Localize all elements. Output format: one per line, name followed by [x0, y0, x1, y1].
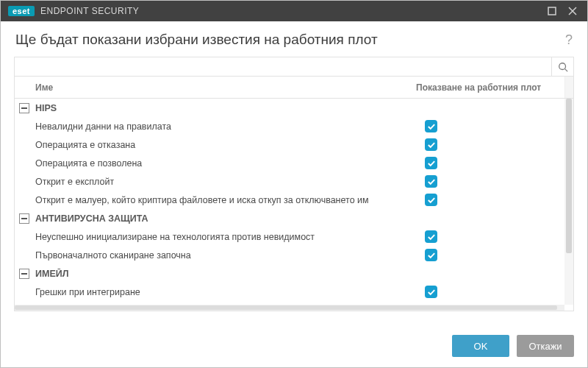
svg-point-1	[559, 63, 565, 69]
brand-badge: eset	[8, 6, 35, 16]
column-header-name[interactable]: Име	[15, 82, 416, 93]
show-on-desktop-checkbox[interactable]	[425, 157, 437, 169]
check-icon	[427, 289, 436, 296]
show-on-desktop-checkbox[interactable]	[425, 175, 437, 188]
square-icon	[548, 7, 556, 15]
svg-rect-0	[548, 7, 556, 15]
page-title: Ще бъдат показани избрани известия на ра…	[15, 32, 378, 48]
show-on-desktop-checkbox[interactable]	[425, 120, 437, 132]
help-button[interactable]: ?	[565, 32, 573, 48]
group-title: ИМЕЙЛ	[35, 269, 564, 279]
item-row[interactable]: Грешки при интегриране	[15, 283, 564, 301]
search-icon	[558, 62, 568, 72]
heading-row: Ще бъдат показани избрани известия на ра…	[1, 21, 587, 57]
show-on-desktop-checkbox[interactable]	[425, 138, 437, 151]
group-title: АНТИВИРУСНА ЗАЩИТА	[35, 213, 564, 224]
scrollbar-stub	[564, 77, 573, 98]
window-close-button[interactable]	[562, 1, 583, 21]
search-row	[15, 57, 573, 77]
vertical-scrollbar-thumb[interactable]	[566, 99, 572, 253]
check-icon	[427, 123, 436, 130]
collapse-icon[interactable]	[19, 103, 29, 113]
horizontal-scrollbar-thumb[interactable]	[15, 305, 557, 310]
item-row[interactable]: Открит е малуер, който криптира файловет…	[15, 191, 564, 209]
show-on-desktop-checkbox[interactable]	[425, 249, 437, 261]
item-label: Неуспешно инициализиране на технологията…	[15, 232, 425, 242]
column-header-show[interactable]: Показване на работния плот	[416, 82, 564, 93]
table-header: Име Показване на работния плот	[15, 77, 573, 99]
group-title: HIPS	[35, 103, 564, 113]
footer: OK Откажи	[1, 325, 587, 367]
item-label: Открит е малуер, който криптира файловет…	[15, 195, 425, 205]
check-icon	[427, 252, 436, 259]
content-panel: Име Показване на работния плот HIPSНевал…	[14, 57, 574, 311]
search-input[interactable]	[15, 57, 551, 76]
item-row[interactable]: Операцията е позволена	[15, 154, 564, 172]
item-label: Грешки при интегриране	[15, 287, 425, 297]
app-window: eset ENDPOINT SECURITY Ще бъдат показани…	[0, 0, 588, 368]
check-icon	[427, 141, 436, 149]
vertical-scrollbar[interactable]	[564, 99, 573, 305]
collapse-icon[interactable]	[19, 269, 29, 279]
group-row[interactable]: HIPS	[15, 99, 564, 117]
check-icon	[427, 178, 436, 185]
item-label: Открит е експлойт	[15, 177, 425, 187]
show-on-desktop-checkbox[interactable]	[425, 194, 437, 206]
item-row[interactable]: Неуспешно инициализиране на технологията…	[15, 227, 564, 246]
group-row[interactable]: АНТИВИРУСНА ЗАЩИТА	[15, 209, 564, 227]
group-row[interactable]: ИМЕЙЛ	[15, 264, 564, 283]
brand-name: ENDPOINT SECURITY	[40, 6, 139, 16]
item-label: Операцията е отказана	[15, 140, 425, 150]
item-row[interactable]: Първоначалното сканиране започна	[15, 246, 564, 264]
titlebar: eset ENDPOINT SECURITY	[1, 1, 587, 21]
item-row[interactable]: Операцията е отказана	[15, 135, 564, 154]
item-row[interactable]: Открит е експлойт	[15, 172, 564, 191]
collapse-icon[interactable]	[19, 213, 29, 224]
ok-button[interactable]: OK	[452, 335, 509, 357]
window-minimize-button[interactable]	[542, 1, 562, 21]
search-button[interactable]	[551, 57, 573, 76]
horizontal-scrollbar[interactable]	[15, 305, 564, 311]
check-icon	[427, 160, 436, 167]
show-on-desktop-checkbox[interactable]	[425, 230, 437, 243]
item-label: Невалидни данни на правилата	[15, 121, 425, 132]
cancel-button[interactable]: Откажи	[517, 335, 574, 357]
item-label: Операцията е позволена	[15, 158, 425, 169]
table-body: HIPSНевалидни данни на правилатаОперация…	[15, 99, 573, 311]
check-icon	[427, 233, 436, 241]
item-row[interactable]: Невалидни данни на правилата	[15, 117, 564, 135]
item-label: Първоначалното сканиране започна	[15, 250, 425, 261]
close-icon	[568, 7, 577, 15]
show-on-desktop-checkbox[interactable]	[425, 286, 437, 298]
check-icon	[427, 197, 436, 204]
